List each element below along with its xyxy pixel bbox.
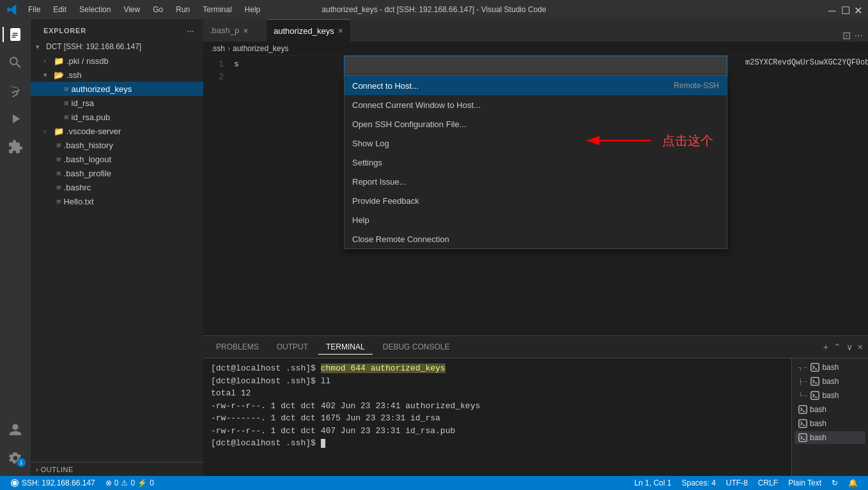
error-icon: ⊗ [105, 479, 112, 487]
terminal-instance-2[interactable]: ├→ bash [794, 375, 865, 388]
menu-item-label: Report Issue... [352, 177, 407, 187]
tree-item-label: .bashrc [64, 183, 91, 192]
activity-search[interactable] [3, 50, 28, 75]
breadcrumb-part2[interactable]: authorized_keys [233, 44, 288, 53]
tree-root[interactable]: ▾ DCT [SSH: 192.168.66.147] [31, 40, 203, 54]
status-spaces[interactable]: Spaces: 4 [676, 476, 720, 490]
terminal-branch-icon: ┐→ [798, 364, 808, 371]
tree-item-id-rsa[interactable]: ≡ id_rsa [31, 96, 203, 110]
editor-area: .bash_p × authorized_keys × ⊡ ··· .ssh ›… [203, 19, 868, 476]
chevron-down-icon: ▾ [36, 43, 43, 51]
tab-debug-console[interactable]: DEBUG CONSOLE [375, 340, 458, 355]
status-position[interactable]: Ln 1, Col 1 [629, 476, 676, 490]
tab-close-icon[interactable]: × [243, 26, 248, 36]
status-errors[interactable]: ⊗ 0 ⚠ 0 ⚡ 0 [100, 476, 159, 490]
activity-account[interactable] [3, 417, 28, 443]
tree-item-label: .bash_logout [64, 155, 111, 164]
more-actions-icon[interactable]: ··· [855, 30, 863, 42]
tree-item-ssh[interactable]: ▾ 📂 .ssh [31, 68, 203, 82]
tab-label: authorized_keys [274, 26, 334, 36]
terminal-instance-4[interactable]: bash [794, 403, 865, 416]
close-button[interactable]: ✕ [854, 6, 862, 13]
outline-header[interactable]: › OUTLINE [31, 462, 203, 476]
menu-item-connect-to-host[interactable]: Connect to Host... Remote-SSH [345, 76, 727, 95]
menu-item-settings[interactable]: Settings [345, 153, 727, 172]
status-eol[interactable]: CRLF [753, 476, 783, 490]
terminal-close-button[interactable]: × [858, 342, 863, 352]
menu-item-help[interactable]: Help [345, 210, 727, 229]
breadcrumb-part1[interactable]: .ssh [211, 44, 225, 53]
status-sync[interactable]: ↻ [826, 476, 843, 490]
activity-explorer[interactable] [3, 22, 28, 47]
tree-item-bashrc[interactable]: ≡ .bashrc [31, 180, 203, 194]
tree-item-bash-profile[interactable]: ≡ .bash_profile [31, 166, 203, 180]
menu-file[interactable]: File [23, 4, 45, 15]
tab-problems[interactable]: PROBLEMS [208, 340, 267, 355]
menu-selection[interactable]: Selection [74, 4, 116, 15]
status-errors-label: 0 [114, 479, 119, 487]
status-language-label: Plain Text [788, 479, 821, 487]
menu-item-connect-current[interactable]: Connect Current Window to Host... [345, 95, 727, 114]
tree-item-authorized-keys[interactable]: ≡ authorized_keys [31, 82, 203, 96]
menu-run[interactable]: Run [171, 4, 195, 15]
menu-help[interactable]: Help [240, 4, 266, 15]
terminal-icon [810, 391, 819, 400]
terminal-add-button[interactable]: + [823, 342, 828, 352]
menu-item-open-ssh-config[interactable]: Open SSH Configuration File... [345, 114, 727, 134]
file-icon: ≡ [64, 98, 69, 108]
terminal-instance-label: bash [810, 419, 826, 428]
tab-terminal[interactable]: TERMINAL [318, 340, 373, 355]
status-notifications[interactable]: 🔔 [843, 476, 863, 490]
status-remote-label: SSH: 192.168.66.147 [22, 479, 95, 487]
tree-item-hello[interactable]: ≡ Hello.txt [31, 194, 203, 208]
terminal-instance-label: bash [822, 363, 839, 372]
activity-settings[interactable]: 1 [3, 445, 28, 471]
menu-edit[interactable]: Edit [48, 4, 72, 15]
editor-right-text: m2SYXCRevdQwUrSuwXGC2YQF0ob9T5jo [745, 58, 863, 67]
menu-view[interactable]: View [118, 4, 145, 15]
activity-source-control[interactable] [3, 78, 28, 103]
info-icon: ⚡ [137, 479, 147, 487]
terminal-instance-3[interactable]: └→ bash [794, 389, 865, 402]
status-encoding[interactable]: UTF-8 [721, 476, 753, 490]
terminal-instance-5[interactable]: bash [794, 417, 865, 430]
tree-item-id-rsa-pub[interactable]: ≡ id_rsa.pub [31, 110, 203, 124]
status-language[interactable]: Plain Text [783, 476, 826, 490]
activity-run[interactable] [3, 106, 28, 132]
menu-item-show-log[interactable]: Show Log [345, 134, 727, 153]
command-palette: Connect to Host... Remote-SSH Connect Cu… [344, 56, 727, 249]
terminal-main[interactable]: [dct@localhost .ssh]$ chmod 644 authoriz… [203, 358, 791, 476]
split-editor-icon[interactable]: ⊡ [842, 29, 851, 42]
sidebar-title: EXPLORER [43, 27, 86, 34]
status-remote[interactable]: SSH: 192.168.66.147 [5, 476, 100, 490]
terminal-chevron-down-icon[interactable]: ∨ [846, 342, 853, 352]
breadcrumb-sep: › [228, 44, 230, 53]
menu-terminal[interactable]: Terminal [198, 4, 236, 15]
tab-authorized-keys[interactable]: authorized_keys × [267, 19, 350, 42]
terminal-instance-1[interactable]: ┐→ bash [794, 361, 865, 374]
tree-item-label: Hello.txt [64, 197, 94, 206]
menu-item-report-issue[interactable]: Report Issue... [345, 172, 727, 191]
tree-item-bash-history[interactable]: ≡ .bash_history [31, 138, 203, 152]
terminal-instance-label: bash [810, 405, 826, 414]
activity-extensions[interactable] [3, 134, 28, 160]
tab-output[interactable]: OUTPUT [269, 340, 316, 355]
terminal-split-button[interactable]: ⌃ [833, 342, 841, 352]
terminal-line-6: -rw-r--r--. 1 dct dct 407 Jun 23 23:31 i… [211, 425, 784, 438]
menu-item-provide-feedback[interactable]: Provide Feedback [345, 191, 727, 210]
tree-item-vscode-server[interactable]: › 📁 .vscode-server [31, 124, 203, 138]
minimize-button[interactable]: ─ [828, 6, 836, 13]
tab-close-icon[interactable]: × [338, 26, 343, 36]
command-input[interactable] [350, 61, 722, 71]
tree-item-pki[interactable]: › 📁 .pki / nssdb [31, 54, 203, 68]
tab-bash-profile[interactable]: .bash_p × [203, 19, 267, 42]
terminal-icon [798, 419, 807, 428]
menu-item-close-remote[interactable]: Close Remote Connection [345, 229, 727, 249]
sidebar-actions: ··· [185, 24, 196, 37]
file-icon: ≡ [56, 169, 61, 178]
terminal-instance-6[interactable]: bash [794, 431, 865, 444]
maximize-button[interactable]: ☐ [841, 6, 849, 13]
sidebar-new-file[interactable]: ··· [185, 24, 196, 37]
tree-item-bash-logout[interactable]: ≡ .bash_logout [31, 152, 203, 166]
menu-go[interactable]: Go [148, 4, 168, 15]
